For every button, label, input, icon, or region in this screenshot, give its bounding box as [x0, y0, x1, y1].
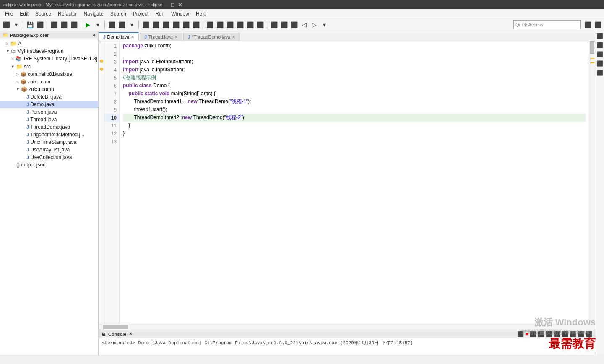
code-content[interactable]: package zuixu.comn; import java.io.FileI… — [120, 41, 589, 324]
pe-item-mfjp[interactable]: ▼ 🗂 MyFirstJavaProgram — [0, 47, 98, 55]
pe-item-unix[interactable]: J UnixTimeStamp.java — [0, 138, 98, 146]
toolbar-btn-25[interactable]: ⬛ — [289, 20, 299, 29]
console-close-icon[interactable]: ✕ — [129, 332, 132, 336]
pe-item-trig[interactable]: J TrigonometricMethod.j... — [0, 131, 98, 138]
toolbar-btn-24[interactable]: ⬛ — [279, 20, 289, 29]
console-stop-btn[interactable]: ■ — [525, 331, 528, 337]
pe-expand-com[interactable]: ▷ — [16, 72, 19, 76]
quick-access-input[interactable]: Quick Access — [513, 20, 581, 29]
toolbar-btn-18[interactable]: ⬛ — [215, 20, 224, 29]
pe-item-zuixucomn[interactable]: ▼ 📦 zuixu.comn — [0, 86, 98, 93]
toolbar-btn-4[interactable]: ⬛ — [49, 20, 58, 29]
menu-edit[interactable]: Edit — [16, 10, 32, 18]
pe-item-jre[interactable]: ▷ 📚 JRE System Library [JavaSE-1.8] — [0, 55, 98, 62]
console-clear-btn[interactable]: ⬛ — [517, 331, 524, 337]
pe-item-a[interactable]: ▷ 📁 A — [0, 39, 98, 47]
pe-expand-zuixucom[interactable]: ▷ — [16, 80, 19, 84]
toolbar-btn-13[interactable]: ⬛ — [161, 20, 170, 29]
toolbar-btn-12[interactable]: ⬛ — [151, 20, 160, 29]
pe-expand-src[interactable]: ▼ — [11, 65, 15, 69]
horiz-scrollbar-thumb[interactable] — [103, 325, 128, 329]
tab-close-thread[interactable]: ✕ — [174, 35, 178, 39]
menu-refactor[interactable]: Refactor — [55, 10, 80, 18]
pe-item-person[interactable]: J Person.java — [0, 108, 98, 116]
toolbar-btn-20[interactable]: ⬛ — [235, 20, 245, 29]
console-btn-10[interactable]: ⬛ — [586, 331, 592, 337]
pe-item-zuixucom[interactable]: ▷ 📦 zuixu.com — [0, 78, 98, 86]
pe-expand-mfjp[interactable]: ▼ — [6, 49, 10, 53]
right-btn-1[interactable]: ⬛ — [596, 33, 604, 40]
console-btn-8[interactable]: ⬛ — [570, 331, 576, 337]
toolbar-btn-17[interactable]: ⬛ — [205, 20, 214, 29]
toolbar-btn-19[interactable]: ⬛ — [225, 20, 234, 29]
toolbar-save-btn[interactable]: 💾 — [25, 20, 34, 29]
close-button[interactable]: ✕ — [178, 2, 182, 8]
menu-navigate[interactable]: Navigate — [80, 10, 107, 18]
toolbar-btn-7[interactable]: ▾ — [93, 20, 102, 29]
pe-item-com[interactable]: ▷ 📦 com.hello01kuaixue — [0, 70, 98, 78]
tab-close-threaddemo[interactable]: ✕ — [232, 35, 235, 39]
toolbar-btn-22[interactable]: ⬛ — [255, 20, 265, 29]
toolbar-btn-8[interactable]: ⬛ — [107, 20, 116, 29]
menu-run[interactable]: Run — [152, 10, 168, 18]
menu-search[interactable]: Search — [107, 10, 130, 18]
console-btn-9[interactable]: ⬛ — [578, 331, 584, 337]
pe-label-a: A — [18, 41, 21, 47]
tab-close-demo[interactable]: ✕ — [131, 35, 134, 39]
maximize-button[interactable]: □ — [171, 2, 174, 8]
tab-threaddemo-java[interactable]: J *ThreadDemo.java ✕ — [183, 33, 240, 41]
menu-project[interactable]: Project — [130, 10, 152, 18]
toolbar-btn-3[interactable]: ⬛ — [35, 20, 44, 29]
right-btn-2[interactable]: ⬛ — [596, 42, 604, 49]
toolbar-btn-14[interactable]: ⬛ — [171, 20, 180, 29]
pe-item-demo[interactable]: J Demo.java — [0, 101, 98, 108]
toolbar-btn-26[interactable]: ▾ — [320, 20, 329, 29]
pe-item-deletedir[interactable]: J DeleteDir.java — [0, 93, 98, 101]
menu-source[interactable]: Source — [32, 10, 55, 18]
console-btn-4[interactable]: ⬛ — [538, 331, 544, 337]
pe-item-usecollection[interactable]: J UseCollection.java — [0, 153, 98, 161]
right-btn-5[interactable]: ⬛ — [596, 70, 604, 77]
pe-expand-a[interactable]: ▷ — [6, 42, 9, 46]
toolbar-btn-23[interactable]: ⬛ — [269, 20, 279, 29]
toolbar-run-btn[interactable]: ▶ — [83, 20, 92, 29]
pe-item-output[interactable]: {} output.json — [0, 161, 98, 169]
tab-demo-java[interactable]: J Demo.java ✕ — [99, 32, 139, 41]
console-btn-6[interactable]: ⬛ — [554, 331, 560, 337]
menu-window[interactable]: Window — [168, 10, 193, 18]
pe-close-icon[interactable]: ✕ — [92, 33, 96, 37]
toolbar-view-btn[interactable]: ⬛ — [593, 20, 602, 29]
toolbar-btn-6[interactable]: ⬛ — [69, 20, 78, 29]
console-btn-3[interactable]: ⬛ — [530, 331, 536, 337]
toolbar-forward-btn[interactable]: ▷ — [310, 20, 319, 29]
right-btn-4[interactable]: ⬛ — [596, 60, 604, 68]
toolbar-back-btn[interactable]: ◁ — [299, 20, 309, 29]
toolbar-btn-9[interactable]: ⬛ — [117, 20, 126, 29]
toolbar-new-btn[interactable]: ⬛ — [2, 20, 11, 29]
scrollbar-thumb[interactable] — [590, 41, 594, 54]
menu-help[interactable]: Help — [193, 10, 210, 18]
toolbar-btn-21[interactable]: ⬛ — [245, 20, 255, 29]
right-btn-3[interactable]: ⬛ — [596, 51, 604, 59]
vertical-scrollbar[interactable] — [589, 41, 595, 324]
toolbar-btn-11[interactable]: ⬛ — [141, 20, 150, 29]
console-icons: ⬛ ■ ⬛ ⬛ ⬛ ⬛ ⬛ ⬛ ⬛ ⬛ — [517, 331, 592, 337]
toolbar-perspective-btn[interactable]: ⬛ — [583, 20, 592, 29]
pe-item-src[interactable]: ▼ 📁 src — [0, 62, 98, 70]
pe-expand-jre[interactable]: ▷ — [11, 57, 14, 61]
toolbar-btn-16[interactable]: ⬛ — [191, 20, 200, 29]
toolbar-btn-5[interactable]: ⬛ — [59, 20, 68, 29]
toolbar-btn-10[interactable]: ▾ — [127, 20, 136, 29]
pe-expand-zuixucomn[interactable]: ▼ — [16, 87, 20, 91]
console-btn-7[interactable]: ⬛ — [562, 331, 568, 337]
pe-item-usearraylist[interactable]: J UseArrayList.java — [0, 146, 98, 153]
minimize-button[interactable]: — — [162, 2, 168, 8]
pe-item-threaddemo[interactable]: J ThreadDemo.java — [0, 123, 98, 131]
toolbar-btn-2[interactable]: ▾ — [11, 20, 21, 29]
tab-thread-java[interactable]: J Thread.java ✕ — [140, 33, 182, 41]
toolbar-btn-15[interactable]: ⬛ — [181, 20, 190, 29]
menu-file[interactable]: File — [2, 10, 16, 18]
horizontal-scrollbar[interactable] — [99, 324, 595, 330]
console-btn-5[interactable]: ⬛ — [546, 331, 552, 337]
pe-item-thread[interactable]: J Thread.java — [0, 116, 98, 123]
